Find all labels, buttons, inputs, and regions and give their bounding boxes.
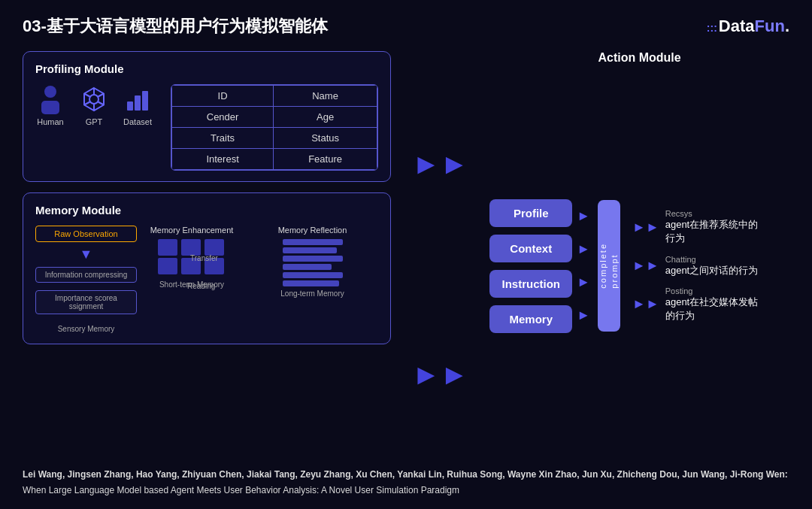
table-row: Traits Status bbox=[172, 128, 377, 149]
raw-observation-box: Raw Observation bbox=[35, 226, 137, 242]
transfer-label: Transfer bbox=[190, 254, 218, 262]
arrow-to-bar-2: ► bbox=[577, 274, 590, 290]
stm-cell bbox=[205, 239, 224, 256]
output-recsys: ►► Recsys agent在推荐系统中的行为 bbox=[632, 209, 763, 245]
profile-table: ID Name Cender Age Traits Status bbox=[171, 84, 378, 171]
logo-fun: Fun bbox=[755, 17, 785, 35]
long-term-label: Long-term Memory bbox=[280, 289, 344, 298]
table-cell: Interest bbox=[172, 149, 274, 170]
top-center-arrow: ►► bbox=[412, 148, 468, 180]
content-area: Profiling Module bbox=[23, 51, 789, 458]
table-cell: ID bbox=[172, 86, 274, 107]
right-panel: Action Module Profile Context Instructio… bbox=[489, 51, 789, 458]
info-compress-box: Information compressing bbox=[35, 267, 137, 283]
arrow-to-bar-1: ► bbox=[577, 241, 590, 257]
chatting-content: Chatting agent之间对话的行为 bbox=[665, 255, 759, 277]
recsys-content: Recsys agent在推荐系统中的行为 bbox=[665, 209, 763, 245]
svg-point-2 bbox=[89, 95, 98, 104]
stm-cell bbox=[181, 239, 201, 256]
posting-arrow-icon: ►► bbox=[632, 296, 659, 312]
profiling-module-box: Profiling Module bbox=[23, 51, 391, 182]
logo: :::DataFun. bbox=[707, 17, 789, 36]
chatting-label: Chatting bbox=[665, 255, 759, 264]
main-container: 03-基于大语言模型的用户行为模拟智能体 :::DataFun. Profili… bbox=[0, 0, 812, 509]
enhancement-title: Memory Enhancement bbox=[150, 226, 234, 235]
center-arrows: ►► ►► bbox=[406, 51, 474, 458]
down-arrow-icon: ▼ bbox=[35, 247, 137, 262]
ltm-bar bbox=[283, 272, 343, 278]
complete-prompt-bar: completeprompt bbox=[598, 200, 620, 332]
ltm-bar bbox=[283, 256, 343, 262]
ltm-bar bbox=[283, 247, 337, 253]
stm-cell bbox=[158, 239, 177, 256]
action-module-content: Profile Context Instruction Memory ► ► bbox=[489, 74, 789, 458]
gpt-icon bbox=[79, 84, 109, 114]
instruction-button[interactable]: Instruction bbox=[489, 270, 572, 298]
action-row-memory: Memory bbox=[489, 305, 572, 333]
dataset-icon bbox=[123, 84, 153, 114]
logo-data: Data bbox=[719, 17, 755, 35]
header: 03-基于大语言模型的用户行为模拟智能体 :::DataFun. bbox=[23, 15, 789, 38]
action-row-profile: Profile bbox=[489, 199, 572, 227]
citation-authors: Lei Wang, Jingsen Zhang, Hao Yang, Zhiyu… bbox=[23, 469, 788, 480]
memory-button[interactable]: Memory bbox=[489, 305, 572, 333]
posting-label: Posting bbox=[665, 286, 763, 295]
output-posting: ►► Posting agent在社交媒体发帖的行为 bbox=[632, 286, 763, 323]
citation-title: When Large Language Model based Agent Me… bbox=[23, 485, 459, 495]
svg-point-0 bbox=[44, 86, 56, 98]
svg-rect-1 bbox=[41, 101, 59, 114]
complete-prompt-text: completeprompt bbox=[598, 243, 621, 289]
recsys-arrow-icon: ►► bbox=[632, 220, 659, 235]
table-cell: Cender bbox=[172, 107, 274, 128]
table-cell: Status bbox=[274, 128, 377, 149]
ltm-bars bbox=[283, 239, 343, 286]
recsys-desc: agent在推荐系统中的行为 bbox=[665, 218, 763, 245]
ltm-bar bbox=[283, 264, 332, 270]
svg-line-6 bbox=[98, 102, 105, 105]
output-column: ►► Recsys agent在推荐系统中的行为 ►► Chatting age… bbox=[632, 209, 763, 323]
action-row-instruction: Instruction bbox=[489, 270, 572, 298]
svg-rect-11 bbox=[142, 91, 148, 111]
human-icon-item: Human bbox=[35, 84, 65, 126]
memory-diagram: Raw Observation ▼ Information compressin… bbox=[35, 226, 378, 333]
table-row: Interest Feature bbox=[172, 149, 377, 170]
svg-rect-10 bbox=[135, 95, 141, 111]
context-button[interactable]: Context bbox=[489, 235, 572, 262]
dataset-label: Dataset bbox=[123, 117, 152, 126]
svg-line-5 bbox=[84, 94, 90, 97]
reflection-title: Memory Reflection bbox=[278, 226, 347, 235]
long-term-memory: Memory Reflection Long-term Memory bbox=[247, 226, 378, 298]
memory-module-title: Memory Module bbox=[35, 204, 378, 217]
human-icon bbox=[35, 84, 65, 114]
stm-cell bbox=[158, 258, 177, 274]
table-row: Cender Age bbox=[172, 107, 377, 128]
table-cell: Name bbox=[274, 86, 377, 107]
bottom-center-arrow: ►► bbox=[412, 359, 468, 391]
page-title: 03-基于大语言模型的用户行为模拟智能体 bbox=[23, 15, 328, 38]
chatting-desc: agent之间对话的行为 bbox=[665, 264, 759, 277]
importance-box: Importance scorea ssignment bbox=[35, 290, 137, 314]
memory-module-box: Memory Module Raw Observation ▼ Informat… bbox=[23, 192, 391, 344]
profile-button[interactable]: Profile bbox=[489, 199, 572, 227]
ltm-bar bbox=[283, 280, 339, 286]
icon-row: Human bbox=[35, 84, 153, 126]
recsys-label: Recsys bbox=[665, 209, 763, 218]
gpt-icon-item: GPT bbox=[79, 84, 109, 126]
action-row-context: Context bbox=[489, 235, 572, 262]
output-chatting: ►► Chatting agent之间对话的行为 bbox=[632, 255, 763, 277]
logo-dots: ::: bbox=[707, 22, 717, 34]
table-cell: Traits bbox=[172, 128, 274, 149]
arrow-to-bar-3: ► bbox=[577, 308, 590, 323]
reading-label: Reading bbox=[187, 282, 215, 290]
table-cell: Feature bbox=[274, 149, 377, 170]
profile-data-table: ID Name Cender Age Traits Status bbox=[171, 85, 377, 170]
action-module-title: Action Module bbox=[489, 51, 789, 65]
svg-line-7 bbox=[84, 102, 90, 105]
small-arrows-col: ► ► ► ► bbox=[577, 200, 590, 332]
sensory-memory: Raw Observation ▼ Information compressin… bbox=[35, 226, 137, 333]
arrow-to-bar-0: ► bbox=[577, 208, 590, 224]
svg-line-8 bbox=[98, 94, 105, 97]
table-cell: Age bbox=[274, 107, 377, 128]
human-label: Human bbox=[37, 117, 63, 126]
dataset-icon-item: Dataset bbox=[123, 84, 153, 126]
